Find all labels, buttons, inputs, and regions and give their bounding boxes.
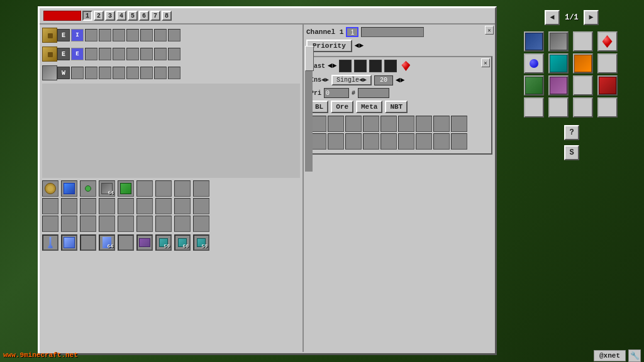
inv-slot-3-2[interactable] [61,216,77,232]
filter-slot-17[interactable] [433,133,450,150]
filter-slot-4[interactable] [363,116,379,132]
chest-icon-2[interactable] [42,47,57,62]
filter-slot-9[interactable] [451,116,467,132]
inv-slot-3-8[interactable] [174,216,191,232]
sidebar-slot-16[interactable] [597,97,618,118]
inv-slot-2-6[interactable] [136,198,153,214]
tab-1[interactable]: 1 [82,11,92,21]
hotbar-slot-9[interactable]: 59 [193,234,209,251]
bl-button[interactable]: BL [310,101,328,113]
close-button[interactable]: ✕ [485,26,494,35]
hotbar-slot-6[interactable] [136,234,153,251]
inv-slot-2-2[interactable] [61,198,77,214]
tab-5[interactable]: 5 [128,11,138,21]
slot-1-4[interactable] [113,29,125,41]
slot-1-6[interactable] [140,29,153,41]
chest-icon-1[interactable] [42,28,57,43]
filter-slot-12[interactable] [345,133,362,150]
slot-1-1[interactable]: I [71,29,84,41]
inv-slot-1-3[interactable] [80,180,96,197]
inv-slot-1-4[interactable]: 64 [99,180,115,197]
filter-slot-15[interactable] [398,133,414,150]
sidebar-slot-9[interactable] [524,75,544,96]
tab-2[interactable]: 2 [94,11,104,21]
slot-3-2[interactable] [85,67,97,79]
east-color-1[interactable] [339,60,352,72]
ore-button[interactable]: Ore [331,101,353,113]
slot-2-6[interactable] [140,48,153,60]
tab-3[interactable]: 3 [105,11,115,21]
filter-slot-3[interactable] [345,116,362,132]
slot-3-3[interactable] [99,67,111,79]
hotbar-slot-7[interactable]: 59 [155,234,172,251]
s-button[interactable]: S [564,145,579,160]
wrench-icon[interactable]: 🔧 [628,349,641,362]
meta-button[interactable]: Meta [356,101,382,113]
inv-slot-1-9[interactable] [193,180,209,197]
sidebar-slot-2[interactable] [548,31,569,52]
machine-icon-1[interactable] [42,65,57,80]
filter-slot-18[interactable] [451,133,467,150]
hotbar-slot-4[interactable]: 64 [99,234,115,251]
inv-slot-3-1[interactable] [42,216,58,232]
inv-slot-3-9[interactable] [193,216,209,232]
inv-slot-3-5[interactable] [118,216,134,232]
east-color-4[interactable] [384,60,397,72]
quantity-input[interactable] [374,75,393,85]
slot-3-6[interactable] [140,67,153,79]
slot-2-8[interactable] [168,48,180,60]
inv-slot-1-8[interactable] [174,180,191,197]
tab-8[interactable]: 8 [162,11,172,21]
slot-2-2[interactable] [85,48,97,60]
east-close-btn[interactable]: ✕ [481,58,490,67]
filter-slot-13[interactable] [363,133,379,150]
filter-slot-2[interactable] [328,116,344,132]
hotbar-slot-3[interactable] [80,234,96,251]
tab-7[interactable]: 7 [150,11,160,21]
tab-4[interactable]: 4 [116,11,126,21]
filter-slot-7[interactable] [416,116,432,132]
sidebar-slot-12[interactable] [597,75,618,96]
nbt-button[interactable]: NBT [385,101,408,113]
next-page-btn[interactable]: ► [584,10,599,25]
inv-slot-3-4[interactable] [99,216,115,232]
sidebar-slot-5[interactable] [524,53,544,74]
sidebar-slot-6[interactable] [548,53,569,74]
slot-3-4[interactable] [113,67,125,79]
sidebar-slot-3[interactable] [573,31,593,52]
slot-1-2[interactable] [85,29,97,41]
filter-slot-14[interactable] [380,133,397,150]
inv-slot-3-3[interactable] [80,216,96,232]
inv-slot-1-2[interactable] [61,180,77,197]
inv-slot-2-4[interactable] [99,198,115,214]
slot-1-7[interactable] [154,29,167,41]
slot-1-8[interactable] [168,29,180,41]
single-dropdown[interactable]: Single◄► [331,75,372,85]
inv-slot-1-6[interactable] [136,180,153,197]
hotbar-slot-2[interactable] [61,234,77,251]
inv-slot-2-7[interactable] [155,198,172,214]
slot-2-3[interactable] [99,48,111,60]
inv-slot-1-7[interactable] [155,180,172,197]
east-color-3[interactable] [369,60,382,72]
slot-3-1[interactable] [71,67,84,79]
filter-slot-8[interactable] [433,116,450,132]
slot-3-5[interactable] [126,67,139,79]
east-color-2[interactable] [354,60,367,72]
inv-slot-1-1[interactable] [42,180,58,197]
question-button[interactable]: ? [564,125,579,140]
inv-slot-2-1[interactable] [42,198,58,214]
filter-slot-16[interactable] [416,133,432,150]
prev-page-btn[interactable]: ◄ [545,10,560,25]
channel-number-input[interactable] [346,27,358,37]
slot-3-7[interactable] [154,67,167,79]
inv-slot-2-5[interactable] [118,198,134,214]
east-gem-icon[interactable] [399,60,412,72]
sidebar-slot-4[interactable] [597,31,618,52]
sidebar-slot-11[interactable] [573,75,593,96]
priority-value-input[interactable] [324,88,349,98]
sidebar-slot-7[interactable] [573,53,593,74]
channel-color-field[interactable] [361,27,424,37]
inv-slot-2-3[interactable] [80,198,96,214]
slot-3-8[interactable] [168,67,180,79]
